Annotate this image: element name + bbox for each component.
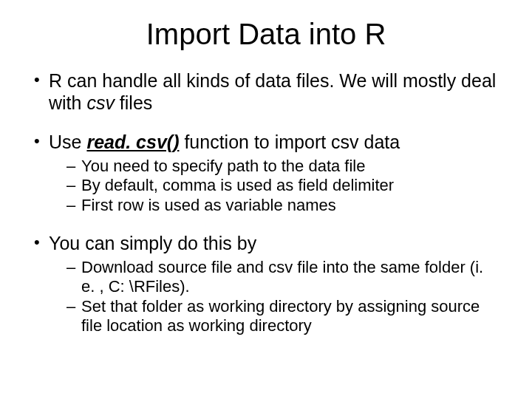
slide-title: Import Data into R [31, 18, 501, 51]
bullet-1-post: files [115, 92, 152, 113]
bullet-2-post: function to import csv data [179, 132, 400, 152]
bullet-2-sublist: You need to specify path to the data fil… [49, 157, 501, 216]
bullet-2: Use read. csv() function to import csv d… [31, 132, 501, 215]
bullet-3: You can simply do this by Download sourc… [31, 233, 501, 335]
bullet-3-sub-1: Download source file and csv file into t… [66, 258, 501, 296]
bullet-1: R can handle all kinds of data files. We… [31, 70, 501, 114]
bullet-2-sub-1: You need to specify path to the data fil… [66, 157, 501, 176]
bullet-2-fn: read. csv() [86, 132, 179, 152]
bullet-3-text: You can simply do this by [49, 233, 256, 253]
bullet-1-csv: csv [86, 92, 115, 113]
bullet-2-sub-2: By default, comma is used as field delim… [66, 176, 501, 195]
bullet-list: R can handle all kinds of data files. We… [31, 70, 501, 335]
slide: Import Data into R R can handle all kind… [0, 0, 532, 399]
bullet-2-sub-3: First row is used as variable names [66, 196, 501, 215]
bullet-3-sub-2: Set that folder as working directory by … [66, 297, 501, 335]
bullet-3-sublist: Download source file and csv file into t… [49, 258, 501, 335]
bullet-2-pre: Use [49, 132, 86, 152]
